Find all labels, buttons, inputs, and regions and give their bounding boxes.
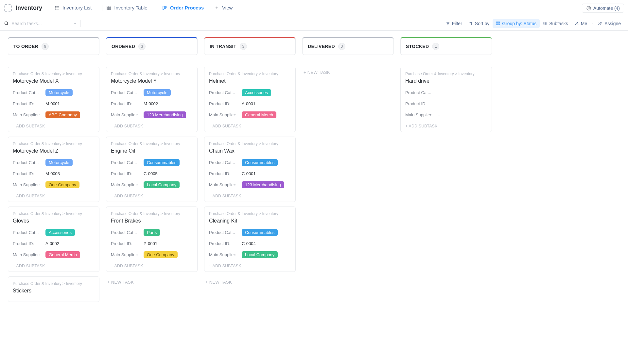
field-supplier: Main Supplier:One Company: [111, 251, 193, 258]
column-count: 0: [338, 43, 345, 50]
task-card[interactable]: Purchase Order & Inventory > InventorySt…: [8, 276, 99, 302]
product-id-value: P-0001: [144, 241, 157, 246]
add-subtask-button[interactable]: + ADD SUBTASK: [111, 192, 193, 198]
category-pill[interactable]: Motorcycle: [45, 159, 73, 166]
sort-button[interactable]: Sort by: [465, 19, 493, 28]
tab-label: View: [222, 5, 233, 10]
field-category: Product Cat...Motorcycle: [111, 89, 193, 96]
category-pill[interactable]: Accessories: [242, 89, 271, 96]
new-task-button[interactable]: + NEW TASK: [302, 67, 394, 78]
filter-button[interactable]: Filter: [443, 19, 465, 28]
add-subtask-button[interactable]: + ADD SUBTASK: [13, 122, 95, 128]
column-ordered: ORDERED3Purchase Order & Inventory > Inv…: [106, 37, 198, 288]
add-subtask-button[interactable]: + ADD SUBTASK: [209, 262, 291, 268]
task-card[interactable]: Purchase Order & Inventory > InventoryFr…: [106, 207, 198, 272]
search-wrap: [4, 21, 76, 26]
list-icon: [55, 5, 60, 10]
breadcrumb: Purchase Order & Inventory > Inventory: [405, 72, 487, 76]
column-header[interactable]: DELIVERED0: [302, 37, 394, 55]
field-product-id: Product ID:A-0002: [13, 240, 95, 247]
category-pill[interactable]: Consummables: [242, 159, 278, 166]
svg-rect-11: [164, 6, 165, 8]
toolbar-dot: ·: [592, 21, 593, 26]
add-subtask-button[interactable]: + ADD SUBTASK: [13, 192, 95, 198]
add-subtask-button[interactable]: + ADD SUBTASK: [111, 262, 193, 268]
tab-order-process[interactable]: Order Process: [153, 0, 208, 16]
supplier-pill[interactable]: Local Company: [242, 251, 278, 258]
field-product-id: Product ID:M-0001: [13, 100, 95, 108]
supplier-pill[interactable]: One Company: [144, 251, 178, 258]
column-header[interactable]: TO ORDER9: [8, 37, 99, 55]
column-header[interactable]: STOCKED1: [400, 37, 492, 55]
supplier-pill[interactable]: General Merch: [242, 111, 276, 118]
workspace-icon[interactable]: [4, 4, 12, 12]
category-pill[interactable]: Motorcycle: [45, 89, 73, 96]
tab-view[interactable]: View: [210, 0, 237, 16]
breadcrumb: Purchase Order & Inventory > Inventory: [111, 211, 193, 216]
supplier-pill[interactable]: 123 Merchandising: [242, 181, 284, 188]
breadcrumb: Purchase Order & Inventory > Inventory: [111, 141, 193, 146]
category-pill[interactable]: Motorcycle: [144, 89, 171, 96]
task-card[interactable]: Purchase Order & Inventory > InventoryGl…: [8, 207, 99, 272]
tab-label: Inventory Table: [114, 5, 147, 10]
svg-line-19: [7, 24, 8, 25]
toolbar-separator: [80, 20, 81, 27]
svg-point-15: [587, 6, 591, 10]
category-pill[interactable]: Consummables: [144, 159, 180, 166]
svg-point-17: [589, 8, 590, 8]
add-subtask-button[interactable]: + ADD SUBTASK: [111, 122, 193, 128]
add-subtask-button[interactable]: + ADD SUBTASK: [405, 122, 487, 128]
svg-point-29: [601, 22, 602, 23]
automate-button[interactable]: Automate (4): [582, 4, 624, 13]
sort-icon: [469, 21, 473, 25]
field-supplier: Main Supplier:Local Company: [111, 181, 193, 189]
product-id-value: M-0002: [144, 101, 158, 106]
product-id-value: A-0002: [45, 241, 59, 246]
assignees-button[interactable]: Assigne: [594, 19, 624, 28]
search-chevron-icon[interactable]: [73, 21, 77, 26]
category-pill[interactable]: Parts: [144, 229, 160, 236]
column-header[interactable]: ORDERED3: [106, 37, 198, 55]
field-category: Product Cat...Accessories: [13, 228, 95, 236]
group-button[interactable]: Group by: Status: [493, 19, 540, 28]
svg-point-27: [576, 22, 577, 23]
svg-point-18: [5, 22, 8, 25]
tab-inventory-list[interactable]: Inventory List: [50, 0, 96, 16]
supplier-pill[interactable]: One Company: [45, 181, 79, 188]
supplier-pill[interactable]: 123 Merchandising: [144, 111, 186, 118]
page-title: Inventory: [16, 5, 42, 11]
svg-point-3: [55, 6, 56, 7]
category-pill[interactable]: Consummables: [242, 229, 278, 236]
new-task-button[interactable]: + NEW TASK: [204, 276, 296, 288]
breadcrumb: Purchase Order & Inventory > Inventory: [111, 72, 193, 76]
subtasks-button[interactable]: Subtasks: [540, 19, 571, 28]
search-input[interactable]: [11, 21, 69, 26]
tab-label: Order Process: [170, 5, 204, 10]
task-card[interactable]: Purchase Order & Inventory > InventoryCh…: [204, 137, 296, 202]
supplier-pill[interactable]: ABC Company: [45, 111, 80, 118]
add-subtask-button[interactable]: + ADD SUBTASK: [209, 122, 291, 128]
svg-point-5: [55, 9, 56, 9]
filter-icon: [446, 21, 450, 25]
field-supplier: Main Supplier:One Company: [13, 181, 95, 189]
task-card[interactable]: Purchase Order & Inventory > InventoryHe…: [204, 67, 296, 132]
me-button[interactable]: Me: [571, 19, 590, 28]
task-card[interactable]: Purchase Order & Inventory > InventoryEn…: [106, 137, 198, 202]
task-card[interactable]: Purchase Order & Inventory > InventoryMo…: [106, 67, 198, 132]
task-card[interactable]: Purchase Order & Inventory > InventoryMo…: [8, 137, 99, 202]
add-subtask-button[interactable]: + ADD SUBTASK: [13, 262, 95, 268]
add-subtask-button[interactable]: + ADD SUBTASK: [209, 192, 291, 198]
supplier-pill[interactable]: General Merch: [45, 251, 80, 258]
kanban-board: TO ORDER9Purchase Order & Inventory > In…: [0, 31, 628, 313]
column-header[interactable]: IN TRANSIT3: [204, 37, 296, 55]
column-delivered: DELIVERED0+ NEW TASK: [302, 37, 394, 78]
task-card[interactable]: Purchase Order & Inventory > InventoryCl…: [204, 207, 296, 272]
supplier-pill[interactable]: Local Company: [144, 181, 180, 188]
task-card[interactable]: Purchase Order & Inventory > InventoryMo…: [8, 67, 99, 132]
field-supplier: Main Supplier:123 Merchandising: [209, 181, 291, 189]
task-card[interactable]: Purchase Order & Inventory > InventoryHa…: [400, 67, 492, 132]
new-task-button[interactable]: + NEW TASK: [106, 276, 198, 288]
tab-inventory-table[interactable]: Inventory Table: [97, 0, 152, 16]
category-pill[interactable]: Accessories: [45, 229, 75, 236]
field-product-id: Product ID:C-0001: [209, 170, 291, 177]
